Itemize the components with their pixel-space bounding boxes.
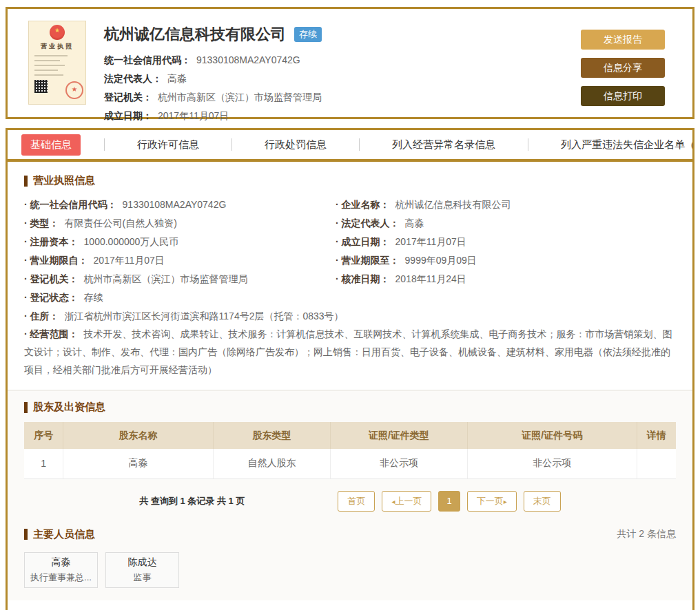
- header-field-legal-rep: 法定代表人：高淼: [104, 70, 322, 88]
- header-field-registry: 登记机关：杭州市高新区（滨江）市场监督管理局: [104, 88, 322, 107]
- tab-blacklist[interactable]: 列入严重违法失信企业名单（黑名单）信息: [552, 134, 694, 156]
- info-item-founded-date: · 成立日期：2017年11月07日: [336, 233, 676, 251]
- person-name: 高淼: [52, 556, 71, 569]
- table-header-row: 序号 股东名称 股东类型 证照/证件类型 证照/证件号码 详情: [24, 422, 676, 449]
- cell-cert-type: 非公示项: [331, 449, 468, 478]
- table-header-shareholder-type: 股东类型: [213, 422, 330, 449]
- cell-detail: [637, 449, 676, 478]
- person-title: 执行董事兼总...: [30, 571, 92, 584]
- info-label: · 注册资本：: [24, 236, 79, 247]
- section-title-shareholders: 股东及出资信息: [24, 401, 676, 414]
- info-value: 杭州诚亿信息科技有限公司: [395, 199, 511, 210]
- qr-code-icon: [34, 80, 48, 93]
- table-header-cert-type: 证照/证件类型: [331, 422, 468, 449]
- header-field-credit-code: 统一社会信用代码：91330108MA2AY0742G: [104, 51, 322, 70]
- table-header-cert-no: 证照/证件号码: [467, 422, 637, 449]
- tab-admin-penalty[interactable]: 行政处罚信息: [256, 134, 336, 156]
- main-content-card: 基础信息 行政许可信息 行政处罚信息 列入经营异常名录信息 列入严重违法失信企业…: [6, 128, 694, 610]
- info-label: · 经营范围：: [24, 328, 79, 339]
- info-label: · 企业名称：: [336, 199, 390, 210]
- info-value: 高淼: [405, 218, 424, 229]
- field-value: 2017年11月07日: [158, 110, 229, 121]
- pagination-summary: 共 查询到 1 条记录 共 1 页: [139, 495, 245, 507]
- field-value: 杭州市高新区（滨江）市场监督管理局: [158, 92, 322, 103]
- cell-shareholder-type: 自然人股东: [213, 449, 330, 478]
- info-label: · 登记状态：: [24, 292, 79, 303]
- info-label: · 营业期限自：: [24, 255, 88, 266]
- info-item-empty: [336, 288, 676, 307]
- info-item-address: · 住所：浙江省杭州市滨江区长河街道滨和路1174号2层（托管：0833号）: [24, 307, 676, 325]
- info-value: 技术开发、技术咨询、成果转让、技术服务：计算机信息技术、互联网技术、计算机系统集…: [24, 328, 672, 375]
- info-value: 杭州市高新区（滨江）市场监督管理局: [84, 273, 248, 284]
- company-name: 杭州诚亿信息科技有限公司: [104, 24, 286, 45]
- info-value: 1000.000000万人民币: [84, 236, 179, 247]
- person-card[interactable]: 陈成达 监事: [105, 552, 179, 588]
- info-item-company-name: · 企业名称：杭州诚亿信息科技有限公司: [336, 196, 676, 214]
- cell-cert-no: 非公示项: [467, 449, 637, 478]
- info-item-registered-capital: · 注册资本：1000.000000万人民币: [24, 233, 336, 251]
- person-card[interactable]: 高淼 执行董事兼总...: [24, 552, 98, 588]
- section-title-members: 主要人员信息: [24, 528, 95, 541]
- members-count: 共计 2 条信息: [617, 528, 676, 540]
- license-info-grid: · 统一社会信用代码：91330108MA2AY0742G · 企业名称：杭州诚…: [24, 196, 676, 379]
- key-members-section: 主要人员信息 共计 2 条信息 高淼 执行董事兼总... 陈成达 监事: [24, 528, 676, 588]
- info-label: · 类型：: [24, 218, 59, 229]
- tab-abnormal-operations-list[interactable]: 列入经营异常名录信息: [383, 134, 504, 156]
- pagination-next-button[interactable]: 下一页▸: [467, 491, 517, 512]
- info-item-business-scope: · 经营范围：技术开发、技术咨询、成果转让、技术服务：计算机信息技术、互联网技术…: [24, 325, 676, 379]
- info-item-term-to: · 营业期限至：9999年09月09日: [336, 251, 676, 270]
- info-value: 9999年09月09日: [405, 255, 477, 266]
- info-value: 存续: [84, 292, 103, 303]
- section-title-text: 营业执照信息: [33, 174, 95, 187]
- info-item-registry: · 登记机关：杭州市高新区（滨江）市场监督管理局: [24, 270, 336, 288]
- pagination-next-label: 下一页: [477, 496, 504, 506]
- pagination-current-page[interactable]: 1: [438, 491, 460, 512]
- tab-divider: [104, 138, 105, 151]
- section-bar-icon: [24, 529, 28, 540]
- section-title-business-license: 营业执照信息: [24, 174, 676, 187]
- person-name: 陈成达: [128, 556, 157, 569]
- tab-admin-license[interactable]: 行政许可信息: [128, 134, 208, 156]
- info-label: · 核准日期：: [336, 273, 390, 284]
- pagination-first-button[interactable]: 首页: [338, 491, 375, 512]
- cell-shareholder-name: 高淼: [63, 449, 214, 478]
- info-item-company-type: · 类型：有限责任公司(自然人独资): [24, 214, 336, 233]
- section-bar-icon: [24, 402, 28, 413]
- tab-divider: [231, 138, 232, 151]
- info-label: · 法定代表人：: [336, 218, 400, 229]
- section-title-text: 股东及出资信息: [33, 401, 105, 414]
- table-row: 1 高淼 自然人股东 非公示项 非公示项: [24, 449, 676, 478]
- field-label: 统一社会信用代码：: [104, 54, 191, 65]
- info-item-term-from: · 营业期限自：2017年11月07日: [24, 251, 336, 270]
- pagination-last-button[interactable]: 末页: [524, 491, 561, 512]
- send-report-button[interactable]: 发送报告: [581, 30, 665, 50]
- info-label: · 住所：: [24, 311, 59, 322]
- license-text-lines: [34, 55, 81, 76]
- print-info-button[interactable]: 信息打印: [581, 86, 665, 106]
- tab-divider: [528, 138, 528, 151]
- field-value: 91330108MA2AY0742G: [196, 54, 300, 65]
- info-label: · 统一社会信用代码：: [24, 199, 117, 210]
- business-license-thumbnail: 营业执照: [28, 21, 86, 105]
- field-value: 高淼: [167, 73, 187, 84]
- info-item-legal-rep: · 法定代表人：高淼: [336, 214, 676, 233]
- share-info-button[interactable]: 信息分享: [581, 58, 665, 78]
- next-arrow-icon: ▸: [504, 498, 507, 505]
- person-title: 监事: [134, 571, 152, 584]
- tab-basic-info[interactable]: 基础信息: [21, 134, 81, 156]
- info-value: 2017年11月07日: [94, 255, 165, 266]
- pagination-prev-button[interactable]: ◂上一页: [382, 491, 431, 512]
- field-label: 法定代表人：: [104, 73, 162, 84]
- section-bar-icon: [24, 176, 28, 187]
- license-thumb-title: 营业执照: [29, 42, 85, 51]
- field-label: 成立日期：: [104, 110, 152, 121]
- info-value: 2018年11月24日: [395, 273, 466, 284]
- tab-divider: [359, 138, 360, 151]
- info-item-approval-date: · 核准日期：2018年11月24日: [336, 270, 676, 288]
- red-seal-icon: [65, 81, 83, 99]
- info-value: 2017年11月07日: [395, 236, 466, 247]
- info-value: 浙江省杭州市滨江区长河街道滨和路1174号2层（托管：0833号）: [65, 311, 344, 322]
- header-field-founded: 成立日期：2017年11月07日: [104, 107, 322, 125]
- info-item-registration-status: · 登记状态：存续: [24, 288, 336, 307]
- table-header-detail: 详情: [637, 422, 676, 449]
